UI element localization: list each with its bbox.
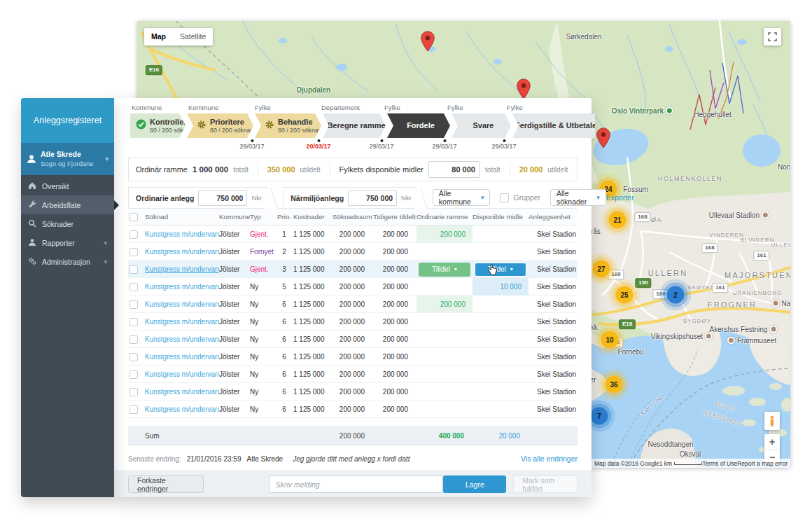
row-checkbox[interactable] xyxy=(130,353,138,361)
table-row: Kunstgress m/undervarmeJölsterNy61 125 0… xyxy=(128,348,578,366)
row-checkbox[interactable] xyxy=(130,283,138,291)
satellite-button[interactable]: Satellite xyxy=(173,28,213,46)
sidebar-item-administrasjon[interactable]: Administrasjon▾ xyxy=(21,252,114,271)
soknad-link[interactable]: Kunstgress m/undervarme xyxy=(145,405,219,413)
column-header-prio-[interactable]: Prio. xyxy=(275,213,293,221)
grupper-checkbox[interactable]: Grupper xyxy=(500,193,540,202)
row-checkbox[interactable] xyxy=(130,248,138,256)
soknad-link[interactable]: Kunstgress m/undervarme xyxy=(145,248,219,256)
melding-input[interactable] xyxy=(269,475,444,493)
road-badge: 168 xyxy=(701,243,718,253)
pegman-control[interactable] xyxy=(764,412,780,430)
cluster-marker[interactable]: 27 xyxy=(593,260,610,278)
row-checkbox[interactable] xyxy=(130,300,138,309)
fylket-input[interactable] xyxy=(428,161,480,178)
cluster-marker[interactable]: 25 xyxy=(616,286,634,304)
workflow-step-ferdigstille-utbetale[interactable]: Ferdigstille & Utbetale xyxy=(512,113,595,138)
map-label: SKØYEN xyxy=(687,284,715,291)
workflow-step-kontrollere[interactable]: Kontrollere80 / 200 söknader xyxy=(130,113,186,138)
zoom-in-button[interactable]: + xyxy=(764,434,780,450)
cluster-marker[interactable]: 10 xyxy=(601,331,619,349)
cluster-marker[interactable]: 36 xyxy=(606,376,623,394)
prio-cell: 6 xyxy=(275,405,293,413)
tidigere-cell: 200 000 xyxy=(373,230,416,238)
column-header-tidigere-tildelt[interactable]: Tidigere tildelt xyxy=(373,213,416,221)
kommune-select[interactable]: Alle kommune xyxy=(433,189,491,206)
soknader-select[interactable]: Alle söknader xyxy=(550,189,606,206)
column-header-kostnader[interactable]: Kostnader xyxy=(293,213,332,221)
column-header-disponible-midle[interactable]: Disponible midle xyxy=(472,213,528,221)
cluster-marker[interactable]: 21 xyxy=(609,211,626,229)
narmiljoanlegg-input[interactable] xyxy=(348,190,397,206)
row-checkbox[interactable] xyxy=(130,388,138,396)
soknad-link[interactable]: Kunstgress m/undervarme xyxy=(145,335,219,343)
sidebar-item-rapporter[interactable]: Rapporter▾ xyxy=(21,233,114,252)
fylket-label: Fylkets disponible midler xyxy=(340,165,424,174)
mark-som-fullfort-button: Mark som fullfört xyxy=(513,475,578,493)
tidigere-cell: 200 000 xyxy=(373,318,416,326)
fullscreen-button[interactable] xyxy=(764,28,781,46)
blue-cluster-marker[interactable]: 2 xyxy=(667,286,685,304)
road-badge: 161 xyxy=(753,251,769,260)
sidebar-item-söknader[interactable]: Söknader xyxy=(21,214,114,233)
map-label: HOLMENKOLLEN xyxy=(658,175,722,182)
row-checkbox[interactable] xyxy=(130,265,138,274)
exporter-link[interactable]: Exporter xyxy=(606,193,634,202)
row-checkbox[interactable] xyxy=(130,335,138,344)
select-all-checkbox[interactable] xyxy=(130,213,138,221)
wrench-icon xyxy=(28,200,36,210)
table-row: Kunstgress m/undervarmeJölsterNy61 125 0… xyxy=(128,296,578,313)
sidebar-item-oversikt[interactable]: Oversikt xyxy=(21,176,114,195)
anleggsenhet-cell: Skei Stadion xyxy=(528,230,578,238)
row-checkbox[interactable] xyxy=(130,318,138,326)
column-header-s-knad[interactable]: Söknad xyxy=(145,213,219,221)
soknad-link[interactable]: Kunstgress m/undervarme xyxy=(145,230,219,238)
kostnader-cell: 1 125 000 xyxy=(293,318,332,326)
workflow-step-title: Fordele xyxy=(407,121,435,131)
soknad-link[interactable]: Kunstgress m/undervarme xyxy=(145,353,219,361)
terms-link[interactable]: Terms of Use xyxy=(702,460,737,467)
tidigere-cell: 200 000 xyxy=(373,353,416,361)
soknad-link[interactable]: Kunstgress m/undervarme xyxy=(145,265,219,273)
column-header-kommune[interactable]: Kommune xyxy=(219,213,250,221)
column-header-ordinarie-ramme[interactable]: Ordinarie ramme xyxy=(416,213,472,221)
typ-cell: Ny xyxy=(250,353,275,361)
forkaste-endringer-button[interactable]: Forkaste endringer xyxy=(128,475,204,493)
red-map-pin[interactable] xyxy=(596,127,611,148)
kostnader-cell: 1 125 000 xyxy=(293,353,332,361)
map-label: URANIENBORG xyxy=(733,290,783,296)
vis-alle-endringer-link[interactable]: Vis alle endringer xyxy=(521,454,578,463)
soknad-link[interactable]: Kunstgress m/undervarme xyxy=(145,318,219,326)
tilldel-ordinarie-button[interactable]: Tilldel xyxy=(419,263,470,277)
workflow-step-behandle[interactable]: Behandle80 / 200 söknader xyxy=(255,113,321,138)
red-map-pin[interactable] xyxy=(420,31,435,52)
ordinarie-anlegg-input[interactable] xyxy=(198,190,247,206)
workflow-step-fordele[interactable]: Fordele xyxy=(387,113,450,138)
report-error-link[interactable]: Report a map error xyxy=(737,460,788,467)
row-checkbox[interactable] xyxy=(130,370,138,379)
workflow-step-prioritere[interactable]: Prioritere80 / 200 söknader xyxy=(187,113,253,138)
workflow-step-beregne-ramme[interactable]: Beregne ramme xyxy=(323,113,386,138)
typ-cell: Ny xyxy=(250,388,275,396)
tilldel-disponible-button[interactable]: Tilldel xyxy=(475,263,526,277)
soknad-link[interactable]: Kunstgress m/undervarme xyxy=(145,300,219,308)
scale-bar xyxy=(674,462,702,465)
column-header-s-knadssum[interactable]: Söknadssum xyxy=(332,213,373,221)
map-button[interactable]: Map xyxy=(144,28,173,46)
blue-cluster-marker[interactable]: 7 xyxy=(591,408,608,425)
row-checkbox[interactable] xyxy=(130,405,138,414)
user-menu[interactable]: Atle Skrede Sogn og Fjordane ▾ xyxy=(21,143,114,175)
red-map-pin[interactable] xyxy=(516,78,531,99)
column-header-anleggsenhet[interactable]: Anleggsenhet xyxy=(528,213,578,221)
soknadssum-cell: 200 000 xyxy=(332,370,373,378)
workflow-step-svare[interactable]: Svare xyxy=(451,113,511,138)
lagre-button[interactable]: Lagre xyxy=(443,475,506,493)
soknad-link[interactable]: Kunstgress m/undervarme xyxy=(145,388,219,396)
ordinarie-ramme-cell xyxy=(416,348,472,366)
sidebar-item-arbeidsflate[interactable]: Arbeidsflate xyxy=(21,195,114,214)
map-type-control[interactable]: Map Satellite xyxy=(144,28,213,46)
soknad-link[interactable]: Kunstgress m/undervarme xyxy=(145,283,219,291)
column-header-typ[interactable]: Typ xyxy=(250,213,275,221)
row-checkbox[interactable] xyxy=(130,230,138,239)
soknad-link[interactable]: Kunstgress m/undervarme xyxy=(145,370,219,378)
